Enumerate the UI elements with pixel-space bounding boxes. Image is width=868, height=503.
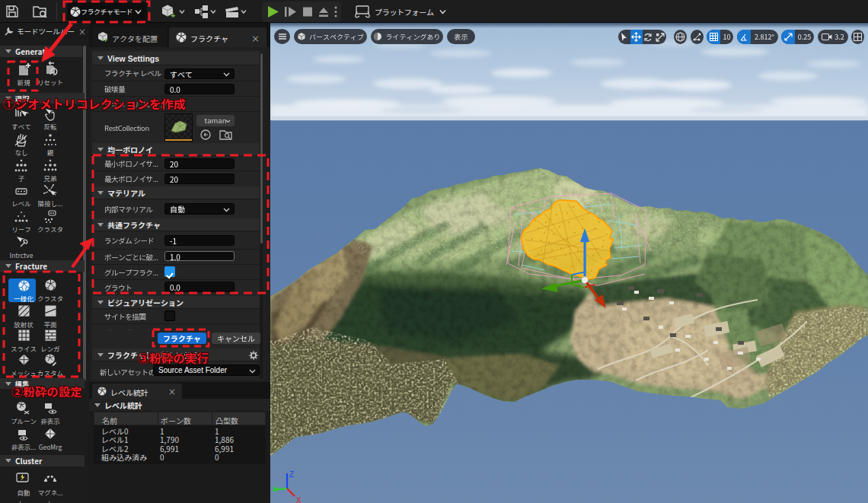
- svg-text:Z: Z: [289, 470, 294, 479]
- svg-text:X: X: [296, 496, 302, 503]
- svg-text:+: +: [104, 37, 107, 43]
- svg-text:プラットフォーム: プラットフォーム: [375, 6, 434, 18]
- svg-text:+: +: [171, 11, 175, 20]
- svg-text:フラクチャモード: フラクチャモード: [81, 7, 132, 17]
